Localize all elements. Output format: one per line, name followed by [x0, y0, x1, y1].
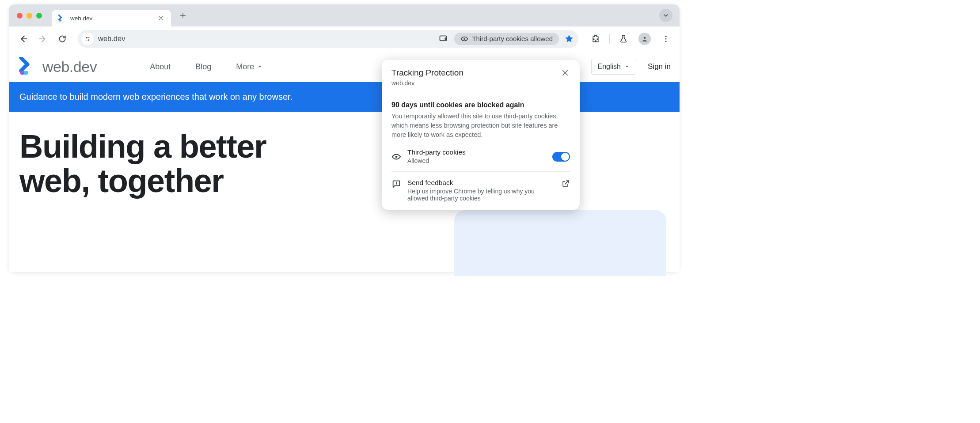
- third-party-cookies-title: Third-party cookies: [407, 148, 546, 156]
- language-selector[interactable]: English: [591, 59, 636, 75]
- caret-down-icon: [257, 64, 263, 70]
- bookmark-button[interactable]: [563, 33, 575, 45]
- svg-point-7: [665, 35, 667, 37]
- third-party-cookies-chip[interactable]: Third-party cookies allowed: [454, 33, 559, 45]
- site-settings-button[interactable]: [81, 33, 94, 45]
- nav-more-label: More: [236, 62, 254, 72]
- feedback-body: Help us improve Chrome by telling us why…: [407, 188, 555, 202]
- feedback-title: Send feedback: [407, 179, 555, 187]
- svg-point-5: [464, 38, 466, 40]
- address-bar[interactable]: web.dev Third-party cookies allowed: [78, 30, 578, 48]
- back-button[interactable]: [15, 30, 32, 47]
- send-feedback-row[interactable]: Send feedback Help us improve Chrome by …: [391, 179, 570, 202]
- popup-close-button[interactable]: [560, 68, 570, 78]
- tab-strip: web.dev: [9, 4, 680, 26]
- feedback-icon: [391, 179, 401, 189]
- hero-background-shape: [454, 210, 666, 276]
- svg-point-11: [20, 71, 24, 75]
- window-maximize-button[interactable]: [36, 13, 42, 19]
- site-logo[interactable]: web.dev: [18, 57, 97, 76]
- cookie-chip-label: Third-party cookies allowed: [472, 35, 553, 42]
- nav-more[interactable]: More: [236, 62, 263, 72]
- svg-point-12: [25, 62, 29, 66]
- site-name: web.dev: [42, 58, 97, 76]
- hero-line2: web, together: [19, 162, 224, 199]
- eye-icon: [460, 35, 468, 43]
- popup-title: Tracking Protection: [391, 68, 463, 78]
- open-external-icon: [561, 179, 570, 188]
- third-party-cookies-status: Allowed: [407, 157, 546, 164]
- svg-point-14: [396, 185, 397, 185]
- browser-menu-button[interactable]: [658, 31, 673, 46]
- tracking-protection-popup: Tracking Protection web.dev 90 days unti…: [382, 60, 580, 210]
- cookie-countdown-body: You temporarily allowed this site to use…: [391, 112, 570, 140]
- extensions-button[interactable]: [588, 31, 603, 46]
- tab-title: web.dev: [70, 15, 152, 22]
- reload-button[interactable]: [54, 30, 71, 47]
- browser-window: web.dev web.dev: [9, 4, 680, 272]
- toolbar-divider: [609, 34, 610, 44]
- window-close-button[interactable]: [17, 13, 23, 19]
- webdev-logo-icon: [18, 57, 37, 76]
- profile-button[interactable]: [637, 31, 652, 46]
- tab-search-button[interactable]: [659, 9, 672, 22]
- cookie-countdown-title: 90 days until cookies are blocked again: [391, 101, 570, 109]
- svg-point-6: [644, 37, 646, 39]
- nav-blog[interactable]: Blog: [195, 62, 211, 72]
- caret-down-icon: [624, 64, 630, 69]
- labs-button[interactable]: [616, 31, 631, 46]
- traffic-lights: [17, 13, 42, 19]
- svg-point-9: [665, 41, 667, 42]
- window-minimize-button[interactable]: [27, 13, 32, 19]
- hero-line1: Building a better: [19, 128, 266, 165]
- nav-about[interactable]: About: [150, 62, 171, 72]
- avatar-icon: [638, 33, 651, 45]
- forward-button[interactable]: [34, 30, 51, 47]
- url-text: web.dev: [98, 34, 432, 43]
- svg-point-2: [86, 37, 87, 38]
- svg-rect-1: [59, 20, 61, 22]
- webdev-favicon-icon: [58, 14, 66, 22]
- popup-domain: web.dev: [391, 79, 463, 87]
- third-party-cookies-toggle[interactable]: [552, 152, 570, 162]
- svg-point-8: [665, 38, 667, 39]
- svg-point-3: [88, 39, 89, 41]
- sign-in-link[interactable]: Sign in: [648, 62, 671, 71]
- install-app-button[interactable]: [437, 32, 450, 45]
- tab-close-button[interactable]: [157, 14, 165, 22]
- eye-icon: [391, 152, 401, 162]
- popup-inner-divider: [391, 171, 570, 172]
- browser-toolbar: web.dev Third-party cookies allowed: [9, 26, 680, 51]
- language-label: English: [598, 63, 621, 71]
- svg-point-13: [395, 155, 398, 158]
- site-nav: About Blog More: [150, 62, 263, 72]
- browser-tab[interactable]: web.dev: [52, 10, 171, 26]
- new-tab-button[interactable]: [176, 9, 190, 22]
